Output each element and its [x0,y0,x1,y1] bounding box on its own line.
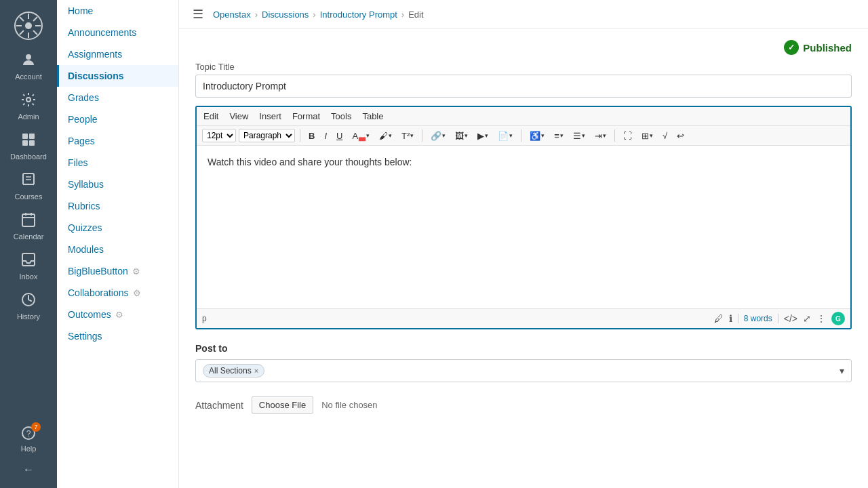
tag-remove-button[interactable]: × [254,367,258,375]
nav-item-settings[interactable]: Settings [57,325,178,347]
sidebar-item-inbox[interactable]: Inbox [0,246,57,286]
select-arrow-icon: ▾ [840,365,844,376]
nav-sidebar: Home Announcements Assignments Discussio… [57,0,179,488]
svg-point-1 [25,22,32,29]
svg-line-6 [20,17,24,21]
edit-info-icon[interactable]: 🖊 [714,313,724,324]
help-badge-container: ? 7 [20,425,37,443]
rte-menu-view[interactable]: View [229,110,248,123]
italic-button[interactable]: I [321,129,330,142]
breadcrumb-discussions[interactable]: Discussions [262,9,309,20]
media-button[interactable]: ▶ ▾ [474,129,492,142]
nav-bigbluebutton-container: BigBlueButton ⚙ [68,266,167,277]
status-bar: ✓ Published [195,40,852,55]
table-insert-button[interactable]: ⊞ ▾ [638,129,656,142]
topic-title-input[interactable] [195,75,852,98]
collapse-icon: ← [23,464,34,476]
attachment-label: Attachment [195,400,243,411]
highlight-button[interactable]: 🖌 ▾ [376,129,395,142]
more-options-icon[interactable]: ⋮ [816,313,826,324]
published-text: Published [803,42,852,54]
attachment-section: Attachment Choose File No file chosen [195,396,852,414]
rte-menu-format[interactable]: Format [292,110,320,123]
nav-item-files[interactable]: Files [57,152,178,174]
sidebar-item-dashboard[interactable]: Dashboard [0,126,57,166]
account-icon [20,52,37,70]
menu-icon[interactable]: ☰ [193,7,203,22]
sidebar-item-courses[interactable]: Courses [0,166,57,206]
post-to-label: Post to [195,343,852,354]
sidebar-item-history[interactable]: History [0,286,57,326]
grammarly-icon[interactable]: G [831,312,845,325]
svg-line-7 [33,30,37,35]
nav-item-announcements[interactable]: Announcements [57,22,178,43]
select-tags: All Sections × [203,364,264,378]
bold-button[interactable]: B [305,129,318,142]
post-to-select[interactable]: All Sections × ▾ [195,359,852,382]
expand-icon[interactable]: ⤢ [803,313,811,324]
rte-menu-tools[interactable]: Tools [331,110,351,123]
rte-footer-right: 🖊 ℹ 8 words </> ⤢ ⋮ G [714,312,845,325]
align-button[interactable]: ≡ ▾ [551,129,567,142]
editor-text: Watch this video and share your thoughts… [208,157,840,167]
bigbluebutton-icon: ⚙ [132,266,140,277]
nav-item-people[interactable]: People [57,108,178,130]
svg-rect-13 [29,134,35,139]
undo-button[interactable]: ↩ [673,129,688,142]
nav-item-quizzes[interactable]: Quizzes [57,217,178,239]
content-area: ☰ Openstax › Discussions › Introductory … [179,0,868,488]
nav-item-bigbluebutton[interactable]: BigBlueButton ⚙ [57,260,178,282]
underline-button[interactable]: U [333,129,346,142]
svg-rect-19 [22,214,35,226]
font-size-select[interactable]: 12pt 10pt 14pt 18pt [202,129,236,142]
doc-button[interactable]: 📄 ▾ [494,129,516,142]
nav-item-grades[interactable]: Grades [57,87,178,108]
nav-item-syllabus[interactable]: Syllabus [57,174,178,195]
breadcrumb-openstax[interactable]: Openstax [213,9,251,20]
nav-item-collaborations[interactable]: Collaborations ⚙ [57,282,178,304]
nav-item-assignments[interactable]: Assignments [57,43,178,65]
nav-item-home[interactable]: Home [57,0,178,22]
code-view-icon[interactable]: </> [784,313,797,324]
calendar-label: Calendar [14,232,44,241]
rte-menu-edit[interactable]: Edit [203,110,218,123]
inbox-icon [20,251,37,270]
accessibility-button[interactable]: ♿ ▾ [526,129,548,142]
text-color-button[interactable]: A▃ ▾ [349,129,373,142]
rte-footer-left: p [202,314,207,323]
word-count: 8 words [744,314,772,323]
nav-item-outcomes[interactable]: Outcomes ⚙ [57,304,178,325]
indent-button[interactable]: ⇥ ▾ [591,129,610,142]
nav-item-pages[interactable]: Pages [57,130,178,152]
editor-content[interactable]: Watch this video and share your thoughts… [197,146,850,308]
rte-toolbar: 12pt 10pt 14pt 18pt Paragraph Heading 1 … [197,126,850,146]
dashboard-icon [20,131,37,150]
image-button[interactable]: 🖼 ▾ [452,129,471,142]
rte-menu: Edit View Insert Format Tools Table [197,107,850,126]
toolbar-divider-2 [422,129,422,142]
sidebar-item-admin[interactable]: Admin [0,86,57,126]
nav-item-rubrics[interactable]: Rubrics [57,195,178,217]
sidebar-item-account[interactable]: Account [0,46,57,86]
formula-button[interactable]: √ [659,129,671,142]
list-button[interactable]: ☰ ▾ [570,129,589,142]
calendar-icon [20,211,37,230]
breadcrumb-edit: Edit [408,9,423,20]
choose-file-button[interactable]: Choose File [252,396,313,414]
link-button[interactable]: 🔗 ▾ [427,129,449,142]
sidebar-collapse-button[interactable]: ← [18,458,39,481]
sidebar-logo[interactable] [0,5,57,46]
history-icon [20,291,37,310]
admin-label: Admin [18,113,39,121]
info-icon[interactable]: ℹ [729,313,732,324]
fullscreen-button[interactable]: ⛶ [620,129,635,142]
breadcrumb-topic[interactable]: Introductory Prompt [320,9,397,20]
nav-item-modules[interactable]: Modules [57,239,178,260]
sidebar-item-calendar[interactable]: Calendar [0,206,57,246]
superscript-button[interactable]: T² ▾ [398,129,417,142]
paragraph-select[interactable]: Paragraph Heading 1 Heading 2 [239,129,295,142]
rte-menu-table[interactable]: Table [362,110,383,123]
sidebar-item-help[interactable]: ? 7 Help [18,420,39,458]
rte-menu-insert[interactable]: Insert [259,110,281,123]
nav-item-discussions[interactable]: Discussions [57,65,178,87]
